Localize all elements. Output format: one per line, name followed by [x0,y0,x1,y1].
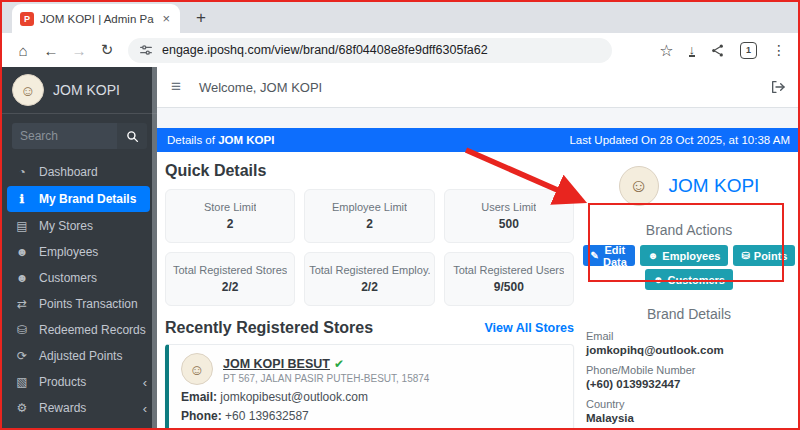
share-icon[interactable] [710,43,725,58]
cart-icon: ⛁ [14,323,30,337]
recent-stores-title: Recently Registered Stores [165,319,373,337]
sidebar: ☺ JOM KOPI ◔ Dashboard ℹ My Brand Detail… [0,67,157,430]
sync-icon: ⟳ [14,349,30,363]
store-logo: ☺ [181,353,213,385]
products-icon: ▧ [14,375,30,389]
brand-logo: ☺ [12,74,44,106]
brand-panel: ☺ JOM KOPI Brand Actions ✎ Edit Data ☻ E… [584,158,794,430]
top-header: ≡ Welcome, JOM KOPI [157,67,800,108]
site-favicon: P [20,12,34,26]
sidebar-item-rewards[interactable]: ⚙ Rewards ‹ [0,395,157,421]
stat-card-users-limit: Users Limit 500 [444,189,574,243]
customers-button[interactable]: ☻ Customers [645,269,733,290]
sidebar-brand: ☺ JOM KOPI [0,67,157,114]
stat-card-employee-limit: Employee Limit 2 [304,189,434,243]
site-settings-icon [139,43,153,57]
dashboard-icon: ◔ [14,165,30,179]
reload-icon[interactable]: ↻ [94,41,120,59]
tab-title: JOM KOPI | Admin Panel [40,13,154,25]
sidebar-item-points-transaction[interactable]: ⇄ Points Transaction [0,291,157,317]
logout-icon [770,79,786,95]
url-text: engage.iposhq.com/view/brand/68f04408e8f… [162,43,488,57]
sidebar-item-adjusted-points[interactable]: ⟳ Adjusted Points [0,343,157,369]
logout-button[interactable] [770,79,786,95]
employees-button[interactable]: ☻ Employees [640,245,729,266]
sidebar-item-my-stores[interactable]: ▤ My Stores [0,213,157,239]
hamburger-icon[interactable]: ≡ [171,77,181,97]
search-icon [126,130,139,143]
points-icon: ⛁ [741,250,749,261]
sidebar-nav: ◔ Dashboard ℹ My Brand Details ▤ My Stor… [0,159,157,430]
chevron-left-icon: ‹ [143,375,147,390]
details-banner: Details of JOM KOPI Last Updated On 28 O… [157,128,800,152]
sidebar-item-customers[interactable]: ☻ Customers [0,265,157,291]
new-tab-button[interactable]: + [196,9,206,26]
sidebar-item-dashboard[interactable]: ◔ Dashboard [0,159,157,185]
transaction-icon: ⇄ [14,297,30,311]
brand-name: JOM KOPI [669,175,760,197]
edit-data-button[interactable]: ✎ Edit Data [583,245,635,266]
view-all-stores-link[interactable]: View All Stores [484,321,574,335]
header-gap [157,108,800,128]
url-bar[interactable]: engage.iposhq.com/view/brand/68f04408e8f… [128,38,612,63]
brand-email-field: Email jomkopihq@outlook.com [586,330,792,356]
last-updated-text: Last Updated On 28 Oct 2025, at 10:38 AM [569,134,790,146]
browser-toolbar: ⌂ ← → ↻ engage.iposhq.com/view/brand/68f… [0,33,800,67]
sidebar-item-blogs[interactable]: ✎ Blogs [0,421,157,430]
stat-card-total-users: Total Registered Users 9/500 [444,252,574,306]
brand-country-field: Country Malaysia [586,398,792,424]
store-email: Email: jomkopibesut@outlook.com [181,390,561,404]
search-button[interactable] [117,123,147,149]
brand-actions-title: Brand Actions [584,222,794,238]
store-name-link[interactable]: JOM KOPI BESUT [223,357,330,371]
bookmark-star-icon[interactable]: ☆ [659,41,673,60]
welcome-text: Welcome, JOM KOPI [199,80,322,95]
quick-details-title: Quick Details [165,162,574,180]
quick-details-cards: Store Limit 2 Employee Limit 2 Users Lim… [165,189,574,306]
back-icon[interactable]: ← [38,42,64,59]
tab-close-icon[interactable]: × [160,11,172,26]
rewards-icon: ⚙ [14,401,30,415]
store-phone: Phone: +60 139632587 [181,409,561,423]
brand-phone-field: Phone/Mobile Number (+60) 0139932447 [586,364,792,390]
forward-icon[interactable]: → [66,42,92,59]
brand-logo-large: ☺ [619,166,659,206]
pencil-icon: ✎ [591,250,599,261]
tab-count-box[interactable]: 1 [740,42,757,59]
sidebar-item-my-brand-details[interactable]: ℹ My Brand Details [7,186,150,212]
home-icon[interactable]: ⌂ [10,42,36,59]
employees-icon: ☻ [14,245,30,259]
banner-title: Details of JOM KOPI [167,134,274,146]
stat-card-total-stores: Total Registered Stores 2/2 [165,252,295,306]
download-icon[interactable]: ↓ [689,44,696,57]
user-plus-icon: ☻ [648,250,659,261]
sidebar-item-products[interactable]: ▧ Products ‹ [0,369,157,395]
chevron-left-icon: ‹ [143,401,147,416]
brand-details-title: Brand Details [584,306,794,322]
store-card[interactable]: ☺ JOM KOPI BESUT✔ PT 567, JALAN PASIR PU… [165,344,574,430]
browser-tab[interactable]: P JOM KOPI | Admin Panel × [12,4,180,33]
points-button[interactable]: ⛁ Points [733,245,795,266]
users-icon: ☻ [653,274,664,285]
sidebar-brand-name: JOM KOPI [53,82,120,98]
sidebar-item-employees[interactable]: ☻ Employees [0,239,157,265]
store-icon: ▤ [14,219,30,233]
info-icon: ℹ [14,192,30,206]
browser-tab-strip: P JOM KOPI | Admin Panel × + [0,0,800,33]
sidebar-item-redeemed-records[interactable]: ⛁ Redeemed Records [0,317,157,343]
search-input[interactable] [12,123,117,149]
verified-check-icon: ✔ [334,357,344,371]
sidebar-scrollbar[interactable] [152,67,157,430]
kebab-menu-icon[interactable]: ⋮ [772,42,786,58]
stat-card-store-limit: Store Limit 2 [165,189,295,243]
customers-icon: ☻ [14,271,30,285]
stat-card-total-employees: Total Registered Employ... 2/2 [304,252,434,306]
store-subtitle: PT 567, JALAN PASIR PUTEH-BESUT, 15874 [223,373,429,384]
